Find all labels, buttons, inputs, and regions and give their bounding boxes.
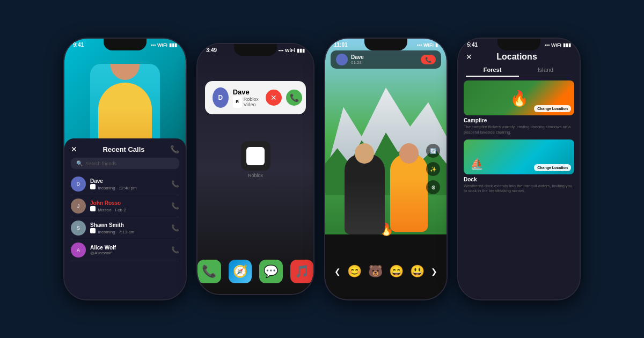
call-item-john[interactable]: J John Rosso Missed · Feb 2 📞: [71, 195, 179, 217]
caller-avatar: D: [213, 87, 229, 108]
emoji-2[interactable]: 🐻: [368, 264, 383, 278]
avatar-head: [111, 64, 140, 80]
roblox-icon-dave: [90, 184, 96, 189]
campfire-name: Campfire: [464, 117, 574, 123]
battery-icon-2: ▮▮▮: [297, 48, 305, 53]
call-avatar-dave: D: [71, 177, 86, 192]
close-locations-button[interactable]: ✕: [466, 53, 472, 61]
call-header-info: Dave 01:23: [351, 54, 364, 65]
dock-safari[interactable]: 🧭: [229, 260, 252, 283]
emoji-4[interactable]: 😃: [410, 264, 425, 278]
caller-type: Roblox Video: [244, 97, 266, 107]
status-icons-3: ▪▪▪ WiFi ▮: [417, 42, 438, 48]
tab-forest[interactable]: Forest: [466, 64, 519, 77]
call-info-dave: Dave Incoming · 12:48 pm: [90, 178, 167, 190]
phones-container: 9:41 ▪▪▪ WiFi ▮▮▮ ✕ Recent Calls 📞 🔍 S: [53, 27, 591, 311]
locations-tabs: Forest Island: [466, 64, 572, 77]
call-action-alice[interactable]: 📞: [171, 246, 179, 254]
call-item-alice[interactable]: A Alice Wolf @Alicewolf 📞: [71, 239, 179, 261]
app-dock: 📞 🧭 💬 🎵: [197, 260, 313, 283]
battery-icon: ▮▮▮: [169, 42, 177, 48]
status-icons-2: ▪▪▪ WiFi ▮▮▮: [279, 48, 305, 53]
change-location-campfire[interactable]: Change Location: [534, 105, 571, 112]
call-info-shawn: Shawn Smith Incoming · 7:13 am: [90, 222, 167, 234]
roblox-app-icon[interactable]: [241, 141, 270, 171]
tab-island[interactable]: Island: [519, 64, 572, 77]
battery-icon-3: ▮: [435, 42, 438, 48]
settings-button[interactable]: ⚙: [426, 180, 440, 194]
emoji-bar: ❮ 😊 🐻 😄 😃 ❯: [325, 264, 447, 278]
emoji-next[interactable]: ❯: [431, 267, 437, 276]
call-action-dave[interactable]: 📞: [171, 180, 179, 188]
call-header-left: Dave 01:23: [336, 54, 364, 65]
call-name-shawn: Shawn Smith: [90, 222, 167, 228]
call-header-bar: Dave 01:23 📞: [331, 50, 441, 69]
roblox-icon-john: [90, 206, 96, 211]
dock-messages[interactable]: 💬: [259, 260, 283, 283]
wifi-icon-3: WiFi: [423, 42, 434, 48]
call-avatar-alice: A: [71, 243, 86, 258]
call-sub-john: Missed · Feb 2: [90, 206, 167, 212]
male-head: [355, 143, 374, 164]
wifi-icon: WiFi: [157, 42, 167, 48]
call-action-john[interactable]: 📞: [171, 202, 179, 210]
locations-title: Locations: [472, 52, 561, 62]
search-placeholder: Search friends: [85, 161, 116, 166]
roblox-label: Roblox: [241, 173, 270, 178]
call-type-dave: Incoming · 12:48 pm: [98, 186, 136, 190]
female-avatar: [390, 154, 428, 232]
call-sub-alice: @Alicewolf: [90, 251, 167, 255]
effects-button[interactable]: ✨: [426, 162, 440, 176]
emoji-3[interactable]: 😄: [389, 264, 404, 278]
incoming-call-card: D Dave R Roblox Video ✕ 📞: [205, 81, 306, 114]
decline-button[interactable]: ✕: [266, 90, 282, 106]
end-call-button[interactable]: 📞: [421, 55, 436, 64]
signal-icon-2: ▪▪▪: [279, 48, 284, 53]
signal-icon: ▪▪▪: [151, 42, 156, 48]
caller-info: D Dave R Roblox Video: [213, 87, 266, 108]
search-bar[interactable]: 🔍 Search friends: [71, 158, 179, 169]
roblox-icon-caller: R: [233, 96, 242, 108]
roblox-app-container: Roblox: [241, 125, 270, 178]
phone-video-call: 11:01 ▪▪▪ WiFi ▮ Dave 01:23 📞: [324, 38, 448, 300]
call-info-alice: Alice Wolf @Alicewolf: [90, 245, 167, 255]
location-dock: ⛵ Change Location Dock Weathered dock ex…: [464, 139, 574, 194]
call-info-john: John Rosso Missed · Feb 2: [90, 200, 167, 212]
caller-details: Dave R Roblox Video: [233, 88, 266, 108]
location-img-dock: ⛵ Change Location: [464, 139, 574, 174]
call-name-alice: Alice Wolf: [90, 245, 167, 251]
dock-desc: Weathered dock extends into the tranquil…: [464, 183, 574, 194]
notch-1: [104, 39, 147, 50]
status-bar-3: 11:01 ▪▪▪ WiFi ▮: [325, 39, 447, 49]
phone2-screen: 3:49 ▪▪▪ WiFi ▮▮▮ D Dave R Robl: [197, 44, 313, 294]
close-icon[interactable]: ✕: [71, 145, 77, 153]
time-2: 3:49: [206, 47, 217, 53]
phone4-screen: 5:41 ▪▪▪ WiFi ▮▮▮ ✕ Locations Forest Isl…: [458, 39, 580, 299]
notch-2: [234, 44, 277, 56]
call-actions: ✕ 📞: [266, 90, 302, 106]
call-type-shawn: Incoming · 7:13 am: [98, 230, 134, 234]
call-sub-dave: Incoming · 12:48 pm: [90, 184, 167, 190]
campfire-desc: The campfire flickers warmly, casting da…: [464, 124, 574, 135]
call-item-shawn[interactable]: S Shawn Smith Incoming · 7:13 am 📞: [71, 217, 179, 239]
signal-icon-3: ▪▪▪: [417, 42, 422, 48]
call-type-john: Missed · Feb 2: [98, 208, 126, 212]
call-phone-icon[interactable]: 📞: [170, 145, 179, 153]
change-location-dock[interactable]: Change Location: [534, 164, 571, 171]
call-item-dave[interactable]: D Dave Incoming · 12:48 pm 📞: [71, 173, 179, 195]
call-avatar-shawn: S: [71, 221, 86, 236]
wifi-icon-2: WiFi: [285, 48, 295, 53]
panel-title: Recent Calls: [103, 145, 144, 153]
locations-header: ✕ Locations: [458, 49, 580, 64]
call-avatar-john: J: [71, 199, 86, 214]
battery-icon-4: ▮▮▮: [563, 42, 571, 48]
call-name-john: John Rosso: [90, 200, 167, 206]
accept-button[interactable]: 📞: [286, 90, 302, 106]
call-action-shawn[interactable]: 📞: [171, 224, 179, 232]
call-name-dave: Dave: [90, 178, 167, 184]
flip-camera-button[interactable]: 🔄: [426, 144, 440, 158]
emoji-prev[interactable]: ❮: [334, 267, 341, 276]
dock-phone[interactable]: 📞: [197, 260, 221, 283]
emoji-1[interactable]: 😊: [347, 264, 362, 278]
dock-music[interactable]: 🎵: [290, 260, 314, 283]
